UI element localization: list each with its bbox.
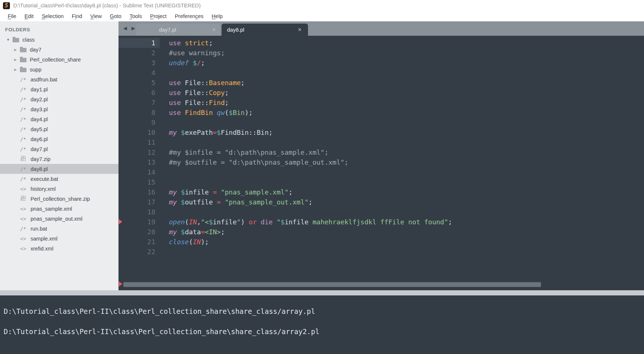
code-line-22[interactable]: 22 <box>118 247 644 257</box>
code-line-21[interactable]: 21close(IN); <box>118 237 644 247</box>
code-line-16[interactable]: 16my $infile = "pnas_sample.xml"; <box>118 187 644 197</box>
chevron-right-icon[interactable]: ▶ <box>13 58 18 62</box>
sidebar-item-day1-pl[interactable]: /*day1.pl <box>0 84 118 94</box>
code-line-9[interactable]: 9 <box>118 118 644 127</box>
panel-divider[interactable] <box>0 290 644 295</box>
sidebar-item-pnas-sample-xml[interactable]: <>pnas_sample.xml <box>0 204 118 214</box>
menu-project[interactable]: Project <box>146 12 171 20</box>
code-line-12[interactable]: 12#my $infile = "d:\path\pnas_sample.xml… <box>118 147 644 157</box>
code-token: #my $infile = "d:\path\pnas_sample.xml"; <box>169 148 328 156</box>
code-token: data <box>185 228 201 236</box>
sidebar-item-perl-collection-share[interactable]: ▶Perl_collection_share <box>0 55 118 64</box>
code-token: FindBin::Bin <box>221 129 269 136</box>
line-number: 9 <box>118 118 160 127</box>
sidebar-item-day7-zip[interactable]: 101011day7.zip <box>0 154 118 164</box>
code-token: ; <box>209 39 213 47</box>
code-line-20[interactable]: 20my $data=<IN>; <box>118 227 644 237</box>
code-token: ; <box>241 79 245 87</box>
code-line-18[interactable]: 18 <box>118 207 644 217</box>
code-line-13[interactable]: 13#my $outfile = "d:\path\pnas_sample_ou… <box>118 157 644 167</box>
chevron-down-icon[interactable]: ▼ <box>5 38 11 42</box>
code-line-4[interactable]: 4 <box>118 68 644 78</box>
code-line-17[interactable]: 17my $outfile = "pnas_sample_out.xml"; <box>118 197 644 207</box>
line-number: 3 <box>118 58 160 68</box>
sidebar-item-pnas-sample-out-xml[interactable]: <>pnas_sample_out.xml <box>0 214 118 224</box>
code-token: ; <box>269 129 273 136</box>
menu-goto[interactable]: Goto <box>106 12 125 20</box>
code-token <box>181 109 185 116</box>
sidebar-item-label: day7.zip <box>31 156 50 162</box>
line-number: 21 <box>118 237 160 247</box>
code-token: mahehraeklfjsdkl ffFile not found" <box>308 218 448 226</box>
sidebar-item-day5-pl[interactable]: /*day5.pl <box>0 124 118 134</box>
code-token: IN <box>189 218 197 226</box>
sidebar-item-execute-bat[interactable]: /*execute.bat <box>0 174 118 184</box>
code-line-10[interactable]: 10my $exePath=$FindBin::Bin; <box>118 127 644 137</box>
code-token: ; <box>448 218 452 226</box>
sidebar-item-day3-pl[interactable]: /*day3.pl <box>0 104 118 114</box>
code-editor[interactable]: 1use strict;2#use warnings;3undef $/;45u… <box>118 36 644 290</box>
code-token: my <box>169 188 177 196</box>
code-line-14[interactable]: 14 <box>118 167 644 177</box>
sidebar-item-day8-pl[interactable]: /*day8.pl <box>0 164 118 174</box>
sidebar-item-supp[interactable]: ▶supp <box>0 64 118 74</box>
menubar: FileEditSelectionFindViewGotoToolsProjec… <box>0 11 644 21</box>
sidebar-item-perl-collection-share-zip[interactable]: 101011Perl_collection_share.zip <box>0 194 118 204</box>
tab-day8.pl[interactable]: day8.pl× <box>222 24 308 36</box>
chevron-right-icon[interactable]: ▶ <box>13 68 18 71</box>
sidebar-item-xrefid-xml[interactable]: <>xrefid.xml <box>0 243 118 253</box>
code-line-2[interactable]: 2#use warnings; <box>118 48 644 58</box>
code-token: ) <box>201 238 205 246</box>
output-console[interactable]: D:\Tutorial_class\Perl-II\class\Perl_col… <box>0 295 644 354</box>
sidebar-item-day7[interactable]: ▶day7 <box>0 45 118 55</box>
menu-find[interactable]: Find <box>68 12 86 20</box>
code-token <box>209 188 213 196</box>
code-token: Basename <box>209 79 241 87</box>
code-line-5[interactable]: 5use File::Basename; <box>118 78 644 88</box>
sidebar-item-day7-pl[interactable]: /*day7.pl <box>0 144 118 154</box>
sidebar-item-sample-xml[interactable]: <>sample.xml <box>0 234 118 243</box>
sidebar-item-day4-pl[interactable]: /*day4.pl <box>0 114 118 124</box>
horizontal-scrollbar[interactable] <box>123 282 541 287</box>
code-token: ); <box>245 109 253 116</box>
line-number: 12 <box>118 147 160 157</box>
code-line-8[interactable]: 8use FindBin qw($Bin); <box>118 108 644 118</box>
sidebar-item-day6-pl[interactable]: /*day6.pl <box>0 134 118 144</box>
tab-day7.pl[interactable]: day7.pl× <box>136 24 220 36</box>
code-token: Bin <box>233 109 245 116</box>
code-line-6[interactable]: 6use File::Copy; <box>118 88 644 98</box>
folders-sidebar[interactable]: FOLDERS ▼class▶day7▶Perl_collection_shar… <box>0 21 118 290</box>
chevron-right-icon[interactable]: ▶ <box>13 48 18 52</box>
code-line-19[interactable]: 19open(IN,"<$infile") or die "$infile ma… <box>118 217 644 227</box>
menu-file[interactable]: File <box>4 12 20 20</box>
code-line-11[interactable]: 11 <box>118 137 644 147</box>
code-token: close <box>169 238 189 246</box>
code-token: $ <box>193 59 197 67</box>
code-line-15[interactable]: 15 <box>118 177 644 187</box>
code-line-7[interactable]: 7use File::Find; <box>118 98 644 108</box>
sidebar-item-history-xml[interactable]: <>history.xml <box>0 184 118 194</box>
code-token <box>257 218 261 226</box>
menu-preferences[interactable]: Preferences <box>171 12 208 20</box>
sidebar-item-asdfrun-bat[interactable]: /*asdfrun.bat <box>0 74 118 84</box>
menu-selection[interactable]: Selection <box>38 12 68 20</box>
tab-nav-arrows-icon[interactable]: ◀ ▶ <box>123 25 137 31</box>
code-token: outfile <box>185 198 213 206</box>
sidebar-item-day2-pl[interactable]: /*day2.pl <box>0 94 118 104</box>
sidebar-item-label: day2.pl <box>31 97 48 102</box>
sidebar-item-label: supp <box>30 67 41 73</box>
menu-tools[interactable]: Tools <box>125 12 146 20</box>
code-line-3[interactable]: 3undef $/; <box>118 58 644 68</box>
close-icon[interactable]: × <box>298 27 301 33</box>
menu-edit[interactable]: Edit <box>20 12 38 20</box>
menu-view[interactable]: View <box>86 12 106 20</box>
code-token <box>177 129 181 136</box>
code-token <box>177 198 181 206</box>
close-icon[interactable]: × <box>212 27 216 33</box>
sidebar-item-run-bat[interactable]: /*run.bat <box>0 224 118 234</box>
code-line-1[interactable]: 1use strict; <box>118 38 644 48</box>
code-token: File:: <box>181 79 209 87</box>
sidebar-item-class[interactable]: ▼class <box>0 35 118 45</box>
menu-help[interactable]: Help <box>208 12 227 20</box>
sidebar-header: FOLDERS <box>5 27 118 32</box>
